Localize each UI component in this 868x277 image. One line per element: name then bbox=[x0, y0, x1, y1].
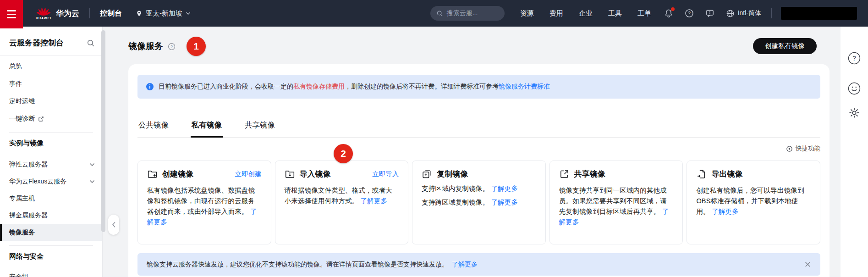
annotation-badge-2: 2 bbox=[334, 144, 353, 163]
huawei-wordmark: HUAWEI bbox=[36, 17, 51, 20]
close-icon[interactable] bbox=[804, 261, 811, 268]
card-export-image: 导出镜像 创建私有镜像后，您可以导出镜像到OBS标准存储桶，并下载到本地使用。 … bbox=[687, 161, 820, 244]
card-title: 共享镜像 bbox=[574, 169, 605, 179]
annotation-badge-1: 1 bbox=[187, 37, 206, 56]
svg-text:?: ? bbox=[688, 11, 691, 16]
main-area: 镜像服务 ? 1 创建私有镜像 2 目前镜像服务已进入商业化阶段，会收取一定的私… bbox=[103, 27, 868, 277]
folder-plus-icon bbox=[147, 169, 158, 179]
sidebar-scrollbar[interactable] bbox=[101, 30, 105, 232]
quick-actions-toggle[interactable]: 快捷功能 bbox=[137, 144, 820, 153]
sidebar-section-instances: 实例与镜像 bbox=[0, 133, 102, 149]
tab-public-images[interactable]: 公共镜像 bbox=[137, 120, 170, 137]
nav-enterprise[interactable]: 企业 bbox=[579, 9, 593, 18]
nav-tools[interactable]: 工具 bbox=[608, 9, 622, 18]
card-title: 导出镜像 bbox=[711, 169, 742, 179]
huawei-flower-icon bbox=[37, 7, 50, 16]
card-body-text: 私有镜像包括系统盘镜像、数据盘镜像和整机镜像，由现有运行的云服务器创建而来，或由… bbox=[147, 187, 255, 215]
search-placeholder: 搜索云服... bbox=[447, 9, 478, 17]
locale-label: Intl-简体 bbox=[738, 9, 761, 17]
external-link-icon bbox=[38, 116, 44, 122]
sidebar-section-network: 网络与安全 bbox=[0, 246, 102, 262]
image-tabs: 公共镜像 私有镜像 共享镜像 bbox=[137, 120, 820, 138]
tab-shared-images[interactable]: 共享镜像 bbox=[244, 120, 276, 137]
page-help-icon[interactable]: ? bbox=[168, 43, 176, 50]
fast-provisioning-banner: 镜像支持云服务器快速发放，建议您优化不支持该功能的镜像。请在详情页面查看镜像是否… bbox=[137, 253, 820, 276]
card-create-image: 创建镜像 立即创建 私有镜像包括系统盘镜像、数据盘镜像和整机镜像，由现有运行的云… bbox=[137, 161, 271, 244]
brand-name: 华为云 bbox=[56, 8, 79, 19]
svg-text:?: ? bbox=[852, 55, 856, 62]
copy-plus-icon bbox=[422, 169, 432, 179]
sidebar-item-flexus[interactable]: 华为云Flexus云服务 bbox=[0, 173, 102, 190]
card-title: 复制镜像 bbox=[437, 169, 468, 179]
card-title: 创建镜像 bbox=[162, 169, 193, 179]
sidebar-item-scheduled-ops[interactable]: 定时运维 bbox=[0, 93, 102, 110]
folder-import-icon bbox=[285, 169, 295, 179]
region-selector[interactable]: 亚太-新加坡 bbox=[136, 9, 191, 18]
topbar-nav: 资源 费用 企业 工具 工单 bbox=[520, 9, 651, 18]
sidebar-item-ecs[interactable]: 弹性云服务器 bbox=[0, 156, 102, 173]
console-link[interactable]: 控制台 bbox=[100, 9, 122, 18]
learn-more-link[interactable]: 了解更多 bbox=[491, 185, 518, 192]
export-document-icon bbox=[696, 169, 707, 179]
notification-dot bbox=[671, 7, 675, 11]
language-selector[interactable]: Intl-简体 bbox=[726, 9, 761, 18]
card-share-image: 共享镜像 镜像支持共享到同一区域内的其他成员。如果您需要共享到不同区域，请先复制… bbox=[549, 161, 683, 244]
sidebar-divider bbox=[0, 55, 102, 56]
topbar-icons: ? bbox=[664, 9, 714, 18]
sidebar-item-image-service[interactable]: 镜像服务 bbox=[0, 224, 102, 241]
sidebar-item-events[interactable]: 事件 bbox=[0, 75, 102, 93]
billing-standard-link[interactable]: 镜像服务计费标准 bbox=[499, 83, 550, 90]
hamburger-menu-button[interactable] bbox=[0, 0, 23, 28]
card-line-text: 支持区域内复制镜像。 bbox=[422, 185, 489, 192]
quick-action-cards: 创建镜像 立即创建 私有镜像包括系统盘镜像、数据盘镜像和整机镜像，由现有运行的云… bbox=[137, 161, 820, 244]
sidebar-item-overview[interactable]: 总览 bbox=[0, 58, 102, 75]
sidebar-title: 云服务器控制台 bbox=[9, 38, 64, 48]
huawei-logo: HUAWEI bbox=[36, 7, 51, 20]
tab-private-images[interactable]: 私有镜像 bbox=[191, 120, 223, 137]
sidebar-item-bare-metal[interactable]: 裸金属服务器 bbox=[0, 207, 102, 224]
share-external-icon bbox=[559, 169, 570, 179]
card-line-text: 支持跨区域复制镜像。 bbox=[422, 199, 489, 206]
account-name-redacted[interactable] bbox=[781, 7, 857, 20]
feedback-smiley-icon[interactable] bbox=[848, 82, 861, 95]
topbar: HUAWEI 华为云 控制台 亚太-新加坡 搜索云服... 资源 费用 企业 工… bbox=[0, 0, 868, 27]
create-now-link[interactable]: 立即创建 bbox=[235, 170, 262, 178]
info-icon bbox=[146, 83, 154, 91]
sidebar-search-icon[interactable] bbox=[87, 39, 95, 47]
learn-more-link[interactable]: 了解更多 bbox=[361, 197, 388, 205]
help-circle-icon[interactable]: ? bbox=[685, 9, 694, 18]
search-icon bbox=[436, 10, 443, 17]
sidebar-item-dedicated-host[interactable]: 专属主机 bbox=[0, 190, 102, 207]
card-title: 导入镜像 bbox=[300, 169, 331, 179]
sidebar-item-security-group[interactable]: 安全组 bbox=[0, 268, 102, 277]
search-input[interactable]: 搜索云服... bbox=[430, 6, 505, 21]
nav-tickets[interactable]: 工单 bbox=[637, 9, 651, 18]
sidebar-collapse-handle[interactable] bbox=[108, 215, 119, 235]
region-label: 亚太-新加坡 bbox=[146, 9, 182, 18]
banner-text: 镜像支持云服务器快速发放，建议您优化不支持该功能的镜像。请在详情页面查看镜像是否… bbox=[147, 260, 448, 269]
create-private-image-button[interactable]: 创建私有镜像 bbox=[753, 38, 817, 54]
content-panel: 目前镜像服务已进入商业化阶段，会收取一定的私有镜像存储费用，删除创建的镜像后将不… bbox=[128, 64, 830, 277]
learn-more-link[interactable]: 了解更多 bbox=[452, 260, 478, 269]
help-circle-icon[interactable]: ? bbox=[848, 52, 861, 65]
feedback-bubble-icon[interactable] bbox=[705, 9, 714, 18]
sidebar-item-diagnosis[interactable]: 一键诊断 bbox=[0, 110, 102, 127]
learn-more-link[interactable]: 了解更多 bbox=[712, 208, 739, 215]
sidebar: 云服务器控制台 总览 事件 定时运维 一键诊断 实例与镜像 弹性云服务器 华为云… bbox=[0, 27, 103, 277]
nav-billing[interactable]: 费用 bbox=[549, 9, 563, 18]
notification-bell-icon[interactable] bbox=[664, 9, 673, 18]
notice-text: 目前镜像服务已进入商业化阶段，会收取一定的私有镜像存储费用，删除创建的镜像后将不… bbox=[159, 83, 550, 91]
settings-gear-icon[interactable] bbox=[848, 107, 860, 119]
globe-icon bbox=[726, 9, 735, 18]
chevron-down-icon bbox=[186, 12, 191, 15]
learn-more-link[interactable]: 了解更多 bbox=[491, 199, 518, 206]
right-tool-rail: ? bbox=[841, 27, 868, 277]
card-copy-image: 复制镜像 支持区域内复制镜像。 了解更多 支持跨区域复制镜像。 了解更多 bbox=[412, 161, 546, 244]
card-import-image: 导入镜像 立即导入 请根据镜像文件类型、格式，或者大小来选择使用何种方式。 了解… bbox=[275, 161, 409, 244]
notice-highlight: 私有镜像存储费用 bbox=[293, 83, 345, 90]
import-now-link[interactable]: 立即导入 bbox=[372, 170, 399, 178]
nav-resources[interactable]: 资源 bbox=[520, 9, 534, 18]
quick-actions-label: 快捷功能 bbox=[796, 144, 820, 153]
billing-notice-banner: 目前镜像服务已进入商业化阶段，会收取一定的私有镜像存储费用，删除创建的镜像后将不… bbox=[137, 75, 820, 99]
topbar-divider bbox=[89, 8, 90, 18]
